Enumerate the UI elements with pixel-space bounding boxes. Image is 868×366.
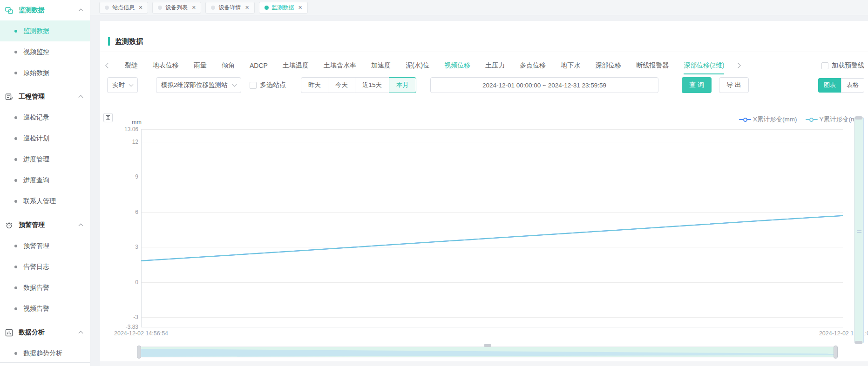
chart-legend: X累计形变(mm) Y累计形变(mm) bbox=[739, 115, 863, 124]
content-gutter bbox=[91, 15, 100, 361]
quick-range-this-month[interactable]: 本月 bbox=[389, 77, 416, 93]
data-analysis-icon bbox=[5, 328, 14, 337]
date-range-input[interactable]: 2024-12-01 00:00:00 ~ 2024-12-31 23:59:5… bbox=[430, 77, 658, 93]
category-deep-displacement[interactable]: 深部位移 bbox=[595, 61, 621, 70]
sidebar-item-warning-manage[interactable]: 预警管理 bbox=[0, 235, 90, 256]
y-tick: 9 bbox=[110, 173, 138, 180]
checkbox-icon[interactable] bbox=[821, 62, 828, 69]
y-tick: 0 bbox=[110, 279, 138, 286]
close-icon[interactable]: × bbox=[298, 4, 302, 11]
category-soil-temp[interactable]: 土壤温度 bbox=[283, 61, 309, 70]
export-button[interactable]: 导 出 bbox=[719, 77, 749, 93]
tab-device-list[interactable]: 设备列表 × bbox=[152, 2, 201, 13]
sidebar-section-project-manage[interactable]: 工程管理 bbox=[0, 87, 90, 107]
close-icon[interactable]: × bbox=[139, 4, 142, 11]
sidebar-section-label: 监测数据 bbox=[19, 6, 45, 14]
datazoom-handle-right[interactable] bbox=[834, 346, 838, 359]
sidebar-item-inspect-record[interactable]: 巡检记录 bbox=[0, 107, 90, 128]
chevron-down-icon bbox=[129, 82, 134, 87]
chevron-up-icon[interactable] bbox=[79, 95, 83, 100]
datazoom-v-center-grip[interactable] bbox=[857, 230, 861, 231]
chevron-up-icon[interactable] bbox=[79, 331, 83, 336]
close-icon[interactable]: × bbox=[192, 4, 196, 11]
interval-select[interactable]: 实时 bbox=[107, 77, 138, 93]
alarm-manage-icon bbox=[5, 221, 14, 230]
datazoom-slider-horizontal[interactable] bbox=[139, 346, 836, 358]
bottom-strip bbox=[100, 361, 868, 366]
quick-range-last15days[interactable]: 近15天 bbox=[355, 77, 389, 93]
table-view-button[interactable]: 表格 bbox=[841, 78, 864, 93]
sidebar-item-raw-data[interactable]: 原始数据 bbox=[0, 62, 90, 83]
sidebar-section-alarm-manage[interactable]: 预警管理 bbox=[0, 215, 90, 235]
sidebar-item-label: 原始数据 bbox=[23, 69, 49, 77]
chevron-up-icon[interactable] bbox=[79, 224, 83, 228]
sidebar-item-video-monitor[interactable]: 视频监控 bbox=[0, 41, 90, 62]
category-groundwater[interactable]: 地下水 bbox=[561, 61, 580, 70]
chart-view-button[interactable]: 图表 bbox=[818, 78, 841, 93]
sidebar-section-data-analysis[interactable]: 数据分析 bbox=[0, 322, 90, 343]
chevron-up-icon[interactable] bbox=[79, 9, 83, 13]
sidebar-divider bbox=[0, 362, 90, 363]
close-icon[interactable]: × bbox=[245, 4, 249, 11]
tab-site-info[interactable]: 站点信息 × bbox=[99, 2, 148, 13]
sidebar-item-progress-query[interactable]: 进度查询 bbox=[0, 170, 90, 191]
category-bar: 裂缝 地表位移 雨量 倾角 ADCP 土壤温度 土壤含水率 加速度 泥(水)位 … bbox=[106, 57, 864, 74]
category-mud-water-level[interactable]: 泥(水)位 bbox=[406, 61, 429, 70]
sidebar-item-data-trend-analysis[interactable]: 数据趋势分析 bbox=[0, 343, 90, 364]
query-button[interactable]: 查 询 bbox=[682, 77, 712, 93]
category-soil-pressure[interactable]: 土压力 bbox=[485, 61, 505, 70]
category-crack[interactable]: 裂缝 bbox=[125, 61, 138, 70]
tab-device-detail[interactable]: 设备详情 × bbox=[205, 2, 254, 13]
sidebar-item-monitor-data[interactable]: 监测数据 bbox=[0, 20, 90, 41]
category-tilt[interactable]: 倾角 bbox=[222, 61, 235, 70]
bullet-icon bbox=[14, 286, 17, 289]
sidebar-item-video-alarm[interactable]: 视频告警 bbox=[0, 298, 90, 319]
datazoom-v-handle-bottom[interactable] bbox=[855, 341, 862, 344]
load-warning-line-checkbox-group[interactable]: 加载预警线 bbox=[821, 61, 864, 70]
sidebar-item-progress-manage[interactable]: 进度管理 bbox=[0, 149, 90, 170]
sidebar-item-label: 巡检记录 bbox=[23, 113, 49, 122]
tab-monitor-data[interactable]: 监测数据 × bbox=[259, 2, 308, 13]
datazoom-slider-vertical[interactable] bbox=[854, 117, 864, 343]
category-wire-break-alarm[interactable]: 断线报警器 bbox=[636, 61, 669, 70]
quick-range-today[interactable]: 今天 bbox=[328, 77, 355, 93]
bullet-icon bbox=[14, 51, 17, 53]
multi-station-checkbox-group[interactable]: 多选站点 bbox=[250, 81, 286, 89]
monitor-data-icon bbox=[5, 6, 14, 15]
chevron-left-icon[interactable] bbox=[105, 63, 110, 68]
y-tick: 12 bbox=[110, 139, 138, 145]
category-deep-displacement-2d[interactable]: 深部位移(2维) bbox=[684, 61, 724, 70]
quick-range-yesterday[interactable]: 昨天 bbox=[301, 77, 328, 93]
category-video-displacement[interactable]: 视频位移 bbox=[444, 61, 470, 70]
sidebar-item-label: 预警管理 bbox=[23, 242, 49, 250]
chevron-right-icon[interactable] bbox=[736, 63, 741, 68]
datazoom-handle-left[interactable] bbox=[137, 346, 141, 359]
sidebar-section-monitor-data[interactable]: 监测数据 bbox=[0, 0, 90, 20]
chart-toolbox-button[interactable] bbox=[103, 113, 113, 122]
sidebar-item-contact-manage[interactable]: 联系人管理 bbox=[0, 191, 90, 212]
datazoom-v-handle-top[interactable] bbox=[855, 116, 862, 120]
tab-label: 站点信息 bbox=[112, 4, 135, 12]
checkbox-icon[interactable] bbox=[250, 82, 257, 89]
category-surface-displacement[interactable]: 地表位移 bbox=[153, 61, 179, 70]
bullet-icon bbox=[14, 179, 17, 182]
bullet-icon bbox=[14, 72, 17, 74]
category-acceleration[interactable]: 加速度 bbox=[371, 61, 391, 70]
station-select[interactable]: 模拟2维深部位移监测站 bbox=[156, 77, 241, 93]
category-adcp[interactable]: ADCP bbox=[250, 62, 268, 69]
sidebar-item-inspect-plan[interactable]: 巡检计划 bbox=[0, 128, 90, 149]
tab-status-dot-icon bbox=[211, 6, 215, 10]
datazoom-center-grip[interactable] bbox=[484, 344, 491, 347]
sidebar-item-alarm-log[interactable]: 告警日志 bbox=[0, 256, 90, 277]
sidebar-item-data-alarm[interactable]: 数据告警 bbox=[0, 277, 90, 298]
category-multipoint-displacement[interactable]: 多点位移 bbox=[520, 61, 546, 70]
sidebar-section-label: 工程管理 bbox=[19, 93, 45, 101]
legend-item-x-deformation[interactable]: X累计形变(mm) bbox=[739, 115, 797, 124]
category-soil-moisture[interactable]: 土壤含水率 bbox=[324, 61, 356, 70]
category-rainfall[interactable]: 雨量 bbox=[194, 61, 207, 70]
tab-status-dot-icon bbox=[264, 6, 269, 10]
tab-label: 监测数据 bbox=[272, 4, 294, 12]
y-axis-unit: mm bbox=[132, 119, 142, 126]
bullet-icon bbox=[14, 137, 17, 140]
interval-select-value: 实时 bbox=[112, 81, 125, 89]
